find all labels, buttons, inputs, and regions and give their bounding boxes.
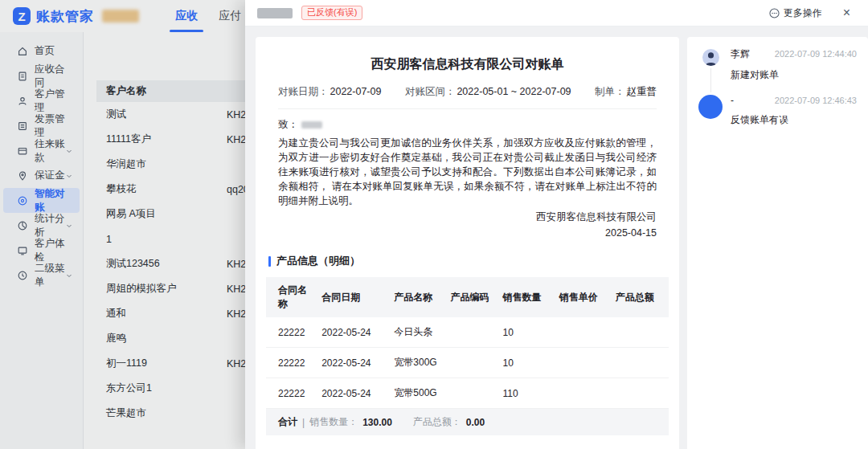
meta-label: 制单：: [595, 86, 625, 97]
meta-label: 对账区间：: [405, 86, 456, 97]
drawer-title-redacted: [257, 8, 293, 18]
product-row: 22222 2022-05-24 今日头条 10: [266, 317, 669, 348]
cell-code: [447, 317, 499, 348]
statement-meta: 对账日期：2022-07-09 对账区间：2022-05-01 ~ 2022-0…: [278, 85, 657, 99]
cell-qty: 10: [500, 348, 556, 378]
meta-value: 2022-07-09: [330, 86, 382, 97]
section-title-label: 产品信息（明细）: [276, 254, 360, 268]
avatar: [698, 95, 723, 119]
product-section-title: 产品信息（明细）: [278, 254, 657, 268]
salutation-line: 致：: [278, 118, 657, 132]
product-row: 22222 2022-05-24 宽带500G 110: [266, 378, 669, 409]
summary-divider: |: [302, 417, 305, 428]
cell-product: 宽带500G: [391, 378, 447, 409]
timeline-user-name: 李辉: [731, 47, 750, 61]
summary-total-label: 产品总额：: [413, 415, 461, 429]
reconciliation-drawer: 已反馈(有误) 更多操作 × 西安朋客信息科技有限公司对账单 对账日期：2022…: [245, 0, 868, 449]
summary-qty-value: 130.00: [362, 417, 392, 428]
col-product-code: 产品编码: [447, 277, 499, 317]
col-contract-date: 合同日期: [318, 277, 391, 317]
recipient-redacted: [301, 121, 322, 129]
col-product-name: 产品名称: [391, 277, 447, 317]
summary-qty-label: 销售数量：: [309, 415, 358, 429]
cell-code: [447, 378, 499, 409]
product-table: 合同名称 合同日期 产品名称 产品编码 销售数量 销售单价 产品总额 22222: [266, 277, 669, 409]
cell-contract: 22222: [266, 348, 318, 378]
signature-company: 西安朋客信息科技有限公司: [278, 210, 657, 224]
cell-contract: 22222: [266, 378, 318, 409]
cell-total: [612, 317, 669, 348]
table-summary-row: 合计 | 销售数量： 130.00 产品总额： 0.00: [266, 409, 669, 435]
more-actions-button[interactable]: 更多操作: [769, 6, 822, 20]
col-sales-qty: 销售数量: [500, 277, 556, 317]
summary-prefix: 合计: [278, 415, 297, 429]
timeline-item: 李辉 2022-07-09 12:44:40 新建对账单: [698, 47, 857, 95]
cell-product: 宽带300G: [391, 348, 447, 378]
signature-date: 2025-04-15: [278, 226, 657, 240]
timeline-action: 反馈账单有误: [731, 113, 857, 127]
more-actions-label: 更多操作: [784, 6, 822, 20]
timeline-timestamp: 2022-07-09 12:46:43: [775, 96, 857, 105]
timeline-user-name: -: [731, 95, 734, 106]
cell-total: [612, 378, 669, 409]
ellipsis-circle-icon: [769, 8, 780, 18]
salutation-label: 致：: [278, 118, 298, 132]
cell-date: 2022-05-24: [318, 378, 391, 409]
close-icon[interactable]: ×: [843, 6, 850, 19]
cell-contract: 22222: [266, 317, 318, 348]
drawer-header: 已反馈(有误) 更多操作 ×: [245, 0, 868, 27]
cell-total: [612, 348, 669, 378]
cell-date: 2022-05-24: [318, 348, 391, 378]
statement-title: 西安朋客信息科技有限公司对账单: [278, 56, 657, 73]
col-unit-price: 销售单价: [556, 277, 612, 317]
cell-qty: 10: [500, 317, 556, 348]
section-accent-bar: [268, 256, 271, 267]
timeline-connector: [710, 68, 711, 92]
cell-date: 2022-05-24: [318, 317, 391, 348]
timeline-timestamp: 2022-07-09 12:44:40: [775, 49, 857, 59]
summary-total-value: 0.00: [466, 417, 485, 428]
cell-product: 今日头条: [391, 317, 447, 348]
divider: [278, 108, 657, 109]
timeline-action: 新建对账单: [731, 68, 857, 82]
cell-price: [556, 317, 612, 348]
activity-timeline: 李辉 2022-07-09 12:44:40 新建对账单 - 2022-07-0…: [687, 37, 868, 449]
statement-body-text: 为建立贵公司与我公司更加诚信的业务伙伴关系，加强双方应收及应付账款的管理，为双方…: [278, 136, 657, 208]
col-product-total: 产品总额: [612, 277, 669, 317]
timeline-item: - 2022-07-09 12:46:43 反馈账单有误: [698, 95, 857, 140]
product-row: 22222 2022-05-24 宽带300G 10: [266, 348, 669, 378]
cell-price: [556, 348, 612, 378]
status-badge: 已反馈(有误): [301, 6, 362, 20]
meta-label: 对账日期：: [278, 86, 329, 97]
cell-code: [447, 348, 499, 378]
cell-qty: 110: [500, 378, 556, 409]
col-contract-name: 合同名称: [266, 277, 318, 317]
meta-value: 赵重普: [627, 86, 657, 97]
meta-value: 2022-05-01 ~ 2022-07-09: [457, 86, 571, 97]
statement-document: 西安朋客信息科技有限公司对账单 对账日期：2022-07-09 对账区间：202…: [256, 37, 679, 449]
product-table-header-row: 合同名称 合同日期 产品名称 产品编码 销售数量 销售单价 产品总额: [266, 277, 669, 317]
cell-price: [556, 378, 612, 409]
avatar: [702, 49, 719, 66]
